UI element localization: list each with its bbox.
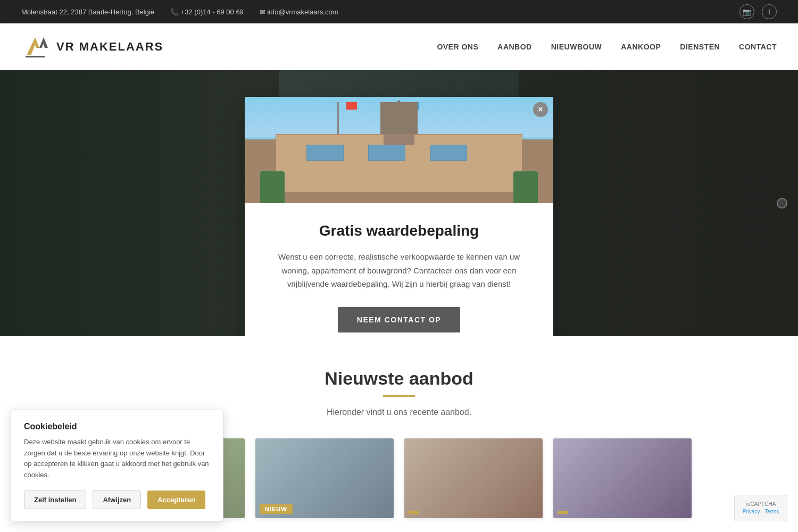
recaptcha-text: reCAPTCHAPrivacy - Terms bbox=[742, 501, 779, 516]
section-divider bbox=[383, 395, 415, 397]
email-icon: ✉ bbox=[260, 8, 265, 16]
cookie-title: Cookiebeleid bbox=[24, 422, 210, 431]
hero: × Gratis waardebepaling Wenst u een corr… bbox=[0, 70, 798, 336]
cookie-reject-button[interactable]: Afwijzen bbox=[93, 491, 141, 509]
modal-description: Wenst u een correcte, realistische verko… bbox=[268, 250, 530, 291]
cookie-settings-button[interactable]: Zelf instellen bbox=[24, 491, 86, 509]
cookie-banner: Cookiebeleid Deze website maakt gebruik … bbox=[11, 410, 223, 521]
svg-rect-2 bbox=[26, 56, 45, 57]
nav-contact[interactable]: CONTACT bbox=[739, 43, 777, 51]
svg-marker-1 bbox=[39, 37, 48, 48]
modal-backdrop: × Gratis waardebepaling Wenst u een corr… bbox=[0, 70, 798, 336]
main-nav: OVER ONS AANBOD NIEUWBOUW AANKOOP DIENST… bbox=[437, 43, 777, 51]
card-image-2: NIEUW bbox=[255, 438, 394, 518]
logo-area[interactable]: VR MAKELAARS bbox=[21, 33, 163, 61]
card-badge-2: NIEUW bbox=[260, 504, 293, 514]
svg-marker-0 bbox=[27, 37, 39, 55]
phone-icon: 📞 bbox=[170, 8, 179, 16]
nav-aankoop[interactable]: AANKOOP bbox=[621, 43, 661, 51]
phone-link[interactable]: 📞 +32 (0)14 - 69 00 69 bbox=[170, 8, 244, 16]
logo-text: VR MAKELAARS bbox=[56, 40, 163, 54]
modal: × Gratis waardebepaling Wenst u een corr… bbox=[245, 97, 553, 336]
email-address: info@vrmakelaars.com bbox=[267, 8, 338, 16]
email-link[interactable]: ✉ info@vrmakelaars.com bbox=[260, 8, 338, 16]
cookie-accept-button[interactable]: Accepteren bbox=[147, 491, 205, 509]
nav-diensten[interactable]: DIENSTEN bbox=[680, 43, 720, 51]
modal-title: Gratis waardebepaling bbox=[268, 222, 530, 239]
address: Molenstraat 22, 2387 Baarle-Hertog, Belg… bbox=[21, 8, 154, 16]
card-badge-4 bbox=[558, 511, 568, 514]
phone-number: +32 (0)14 - 69 00 69 bbox=[181, 8, 244, 16]
card-image-4 bbox=[553, 438, 692, 518]
property-card-3[interactable] bbox=[404, 438, 543, 518]
modal-body: Gratis waardebepaling Wenst u een correc… bbox=[245, 203, 553, 336]
nav-over-ons[interactable]: OVER ONS bbox=[437, 43, 478, 51]
logo-icon bbox=[21, 33, 49, 61]
instagram-icon[interactable]: 📷 bbox=[739, 4, 754, 19]
section-title: Nieuwste aanbod bbox=[21, 368, 777, 389]
modal-image bbox=[245, 97, 553, 203]
topbar: Molenstraat 22, 2387 Baarle-Hertog, Belg… bbox=[0, 0, 798, 23]
cookie-buttons: Zelf instellen Afwijzen Accepteren bbox=[24, 491, 210, 509]
property-card-2[interactable]: NIEUW bbox=[255, 438, 394, 518]
card-badge-3 bbox=[409, 511, 419, 514]
topbar-left: Molenstraat 22, 2387 Baarle-Hertog, Belg… bbox=[21, 8, 338, 16]
contact-button[interactable]: NEEM CONTACT OP bbox=[338, 307, 460, 332]
header: VR MAKELAARS OVER ONS AANBOD NIEUWBOUW A… bbox=[0, 23, 798, 70]
modal-image-building bbox=[245, 97, 553, 203]
facebook-icon[interactable]: f bbox=[762, 4, 777, 19]
nav-nieuwbouw[interactable]: NIEUWBOUW bbox=[551, 43, 602, 51]
card-image-3 bbox=[404, 438, 543, 518]
cookie-text: Deze website maakt gebruik van cookies o… bbox=[24, 437, 210, 481]
nav-aanbod[interactable]: AANBOD bbox=[497, 43, 531, 51]
modal-close-button[interactable]: × bbox=[533, 102, 548, 117]
topbar-social: 📷 f bbox=[739, 4, 777, 19]
recaptcha-badge: reCAPTCHAPrivacy - Terms bbox=[734, 495, 787, 521]
property-card-4[interactable] bbox=[553, 438, 692, 518]
